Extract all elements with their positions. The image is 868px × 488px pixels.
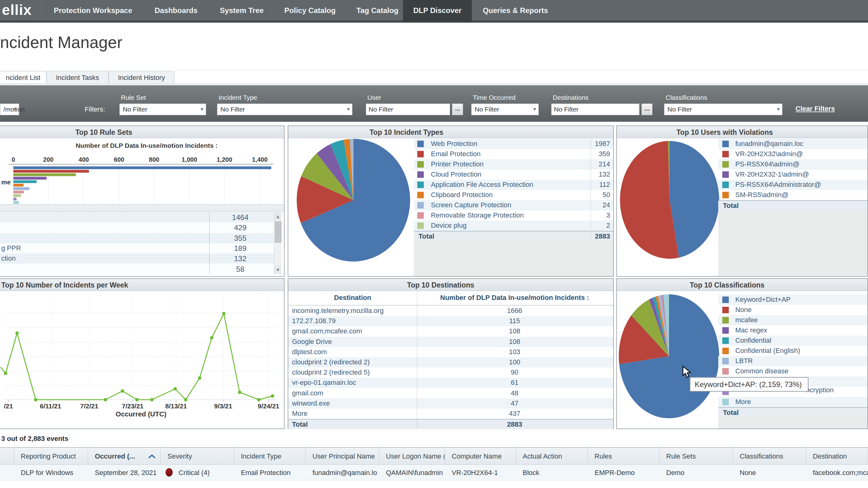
users-legend-row[interactable]: funadmin@qamain.loc [718,139,867,149]
destinations-row[interactable]: Google Drive108 [288,337,613,347]
incident-types-legend-label: Device plug [431,222,467,230]
incident-types-legend-value: 3 [564,211,610,219]
incident-types-legend-row[interactable]: Web Protection1987 [414,139,613,149]
incident-types-legend-row[interactable]: Cloud Protection132 [414,169,613,180]
purple-swatch [722,327,729,334]
users-total-row: Total [718,200,867,211]
incident-types-legend-value: 214 [564,160,610,168]
destination-name: cloudprint 2 (redirected 5) [292,368,370,377]
destination-name: gmail.com [292,389,323,397]
destination-count: 103 [417,348,612,356]
classifications-legend-label: Keyword+Dict+AP [735,296,791,304]
orange-swatch [417,192,424,198]
rule-sets-axis-label-fragment: me [1,178,10,186]
incident-types-legend-label: Email Protection [431,150,480,158]
destinations-row[interactable]: dlptest.com103 [288,347,613,357]
classifications-legend-row[interactable]: Mac regex [718,325,867,335]
rule-sets-table-row[interactable]: 1464 [0,212,274,223]
classifications-legend-row[interactable]: Confidential [718,335,867,346]
classifications-legend-label: LBTR [735,357,753,365]
destination-name: dlptest.com [292,348,327,356]
destinations-row[interactable]: gmail.com48 [288,388,613,398]
destination-count: 115 [417,317,612,325]
users-legend-row[interactable]: SM-RS5\admin@ [718,190,867,200]
incident-types-total-label: Total [418,232,434,240]
rule-sets-table-row[interactable]: ction132 [0,254,274,264]
mouse-cursor-icon [680,366,692,380]
rule-sets-table-row[interactable]: g PPR189 [0,243,274,254]
rule-sets-table-header [0,205,284,212]
destinations-row[interactable]: winword.exe47 [288,398,613,409]
incident-types-empty-area [414,241,613,276]
users-legend-label: funadmin@qamain.loc [735,140,803,148]
rule-set-name-fragment: g PPR [1,244,21,252]
blue-swatch [417,141,424,147]
incident-types-legend-row[interactable]: Device plug2 [414,221,613,231]
classifications-legend-row[interactable]: More [718,397,867,407]
destinations-row[interactable]: gmail.com;mcafee.com108 [288,326,613,336]
classifications-legend-row[interactable]: LBTR [718,356,867,366]
users-legend-label: VR-20H2X32\admin@ [735,150,803,158]
classifications-legend-row[interactable]: Keyword+Dict+AP [718,295,867,305]
classifications-legend-row[interactable]: mcafee [718,315,867,325]
destination-count: 100 [417,358,612,366]
classifications-legend-row[interactable]: None [718,305,867,315]
scroll-thumb[interactable] [275,222,281,242]
destinations-total-label: Total [292,420,308,428]
incident-types-legend-row[interactable]: Printer Protection214 [414,159,613,169]
destination-count: 90 [417,368,612,377]
lightblue-swatch [722,358,729,364]
incident-types-legend-value: 132 [564,170,610,178]
users-legend-row[interactable]: PS-RS5X64\admin@ [718,159,867,169]
incident-types-legend-label: Removable Storage Protection [431,211,524,219]
rule-set-count: 132 [209,254,271,263]
incident-types-legend-row[interactable]: Email Protection359 [414,149,613,159]
incident-types-legend-value: 2 [564,222,610,230]
incident-types-legend-row[interactable]: Application File Access Protection112 [414,180,613,190]
destination-name: winword.exe [292,399,330,408]
classifications-legend-label: Common disease [735,367,788,375]
destinations-total-value: 2883 [417,420,612,428]
classifications-legend-row[interactable]: Common disease [718,366,867,377]
rule-sets-table-row[interactable]: 429 [0,223,274,233]
incident-types-legend-row[interactable]: Screen Capture Protection24 [414,200,613,210]
classifications-legend-row[interactable]: Confidential (English) [718,346,867,356]
users-legend-row[interactable]: VR-20H2X32\admin@ [718,149,867,159]
users-total-label: Total [723,202,739,210]
incident-types-legend-row[interactable]: Removable Storage Protection3 [414,210,613,221]
incident-manager-screen: ellix Protection WorkspaceDashboardsSyst… [0,0,868,488]
destination-name: Google Drive [292,338,332,346]
rule-sets-table-row[interactable]: 58 [0,264,274,274]
orange-swatch [722,192,729,198]
users-legend-row[interactable]: VR-20H2X32-1\admin@ [718,169,867,180]
destinations-row[interactable]: 172.27.108.79115 [288,316,613,326]
classification-hidden-label-fragment: ncryption [806,386,834,394]
rule-sets-scrollbar[interactable]: ▲▼ [274,212,281,274]
rule-set-count: 429 [209,223,271,232]
green-swatch [722,317,729,323]
red-swatch [417,151,424,157]
destination-count: 437 [417,410,612,418]
destinations-row[interactable]: cloudprint 2 (redirected 2)100 [288,357,613,367]
classifications-legend-label: Confidential (English) [735,347,800,355]
destination-name: gmail.com;mcafee.com [292,327,362,335]
rule-sets-table-row[interactable]: 355 [0,233,274,243]
incident-types-legend-row[interactable]: Clipboard Protection50 [414,190,613,200]
incident-types-total-value: 2883 [564,232,610,240]
destinations-col2-header: Number of DLP Data In-use/motion Inciden… [417,294,612,302]
scroll-down-icon[interactable]: ▼ [274,265,281,274]
destination-name: vr-epo-01.qamain.loc [292,379,356,387]
classifications-empty-area [718,418,867,428]
users-legend-label: SM-RS5\admin@ [735,191,788,199]
destinations-row[interactable]: incoming.telemetry.mozilla.org1666 [288,306,613,316]
purple-swatch [722,171,729,178]
destinations-row[interactable]: vr-epo-01.qamain.loc61 [288,378,613,388]
destinations-row[interactable]: More437 [288,409,613,419]
destinations-row[interactable]: cloudprint 2 (redirected 5)90 [288,367,613,378]
rule-set-count: 355 [209,234,271,242]
users-legend-row[interactable]: PS-RS5X64\Administrator@ [718,180,867,190]
scroll-up-icon[interactable]: ▲ [274,212,281,221]
rule-set-count: 1464 [209,213,271,222]
incidents-week-axis-title: Occurred (UTC) [79,410,203,418]
pink-swatch [417,212,424,219]
